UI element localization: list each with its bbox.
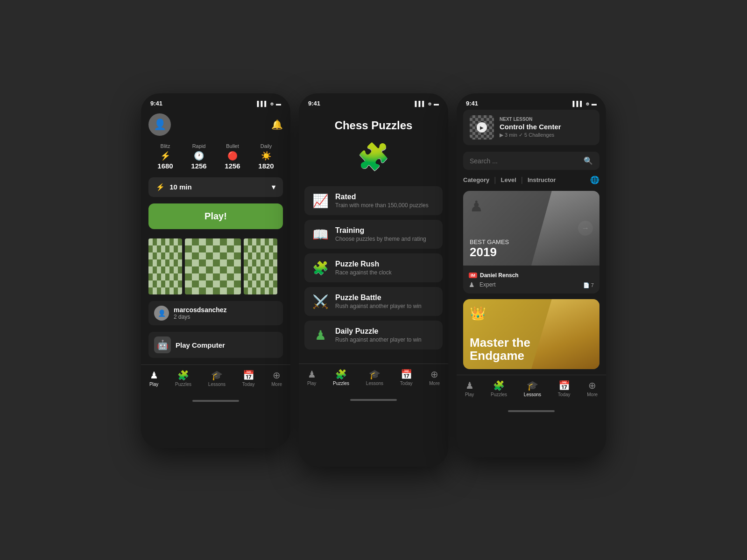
nav-puzzles-left[interactable]: 🧩 Puzzles bbox=[175, 370, 191, 387]
opponent-name: marcosdsanchez bbox=[174, 306, 227, 314]
boards-row bbox=[148, 238, 283, 294]
filter-category[interactable]: Category bbox=[463, 176, 489, 183]
signal-center: ▌▌▌ bbox=[415, 101, 426, 106]
lesson-play-btn[interactable]: ▶ bbox=[477, 122, 487, 133]
puzzle-item-rated[interactable]: 📈 Rated Train with more than 150,000 puz… bbox=[304, 186, 443, 215]
nav-puzzles-center[interactable]: 🧩 Puzzles bbox=[333, 369, 349, 386]
left-content: 👤 🔔 Blitz ⚡ 1680 Rapid 🕐 1256 Bullet 🔴 bbox=[141, 110, 290, 358]
opponent-time: 2 days bbox=[174, 314, 227, 320]
nav-play-right[interactable]: ♟ Play bbox=[465, 380, 474, 397]
avatar[interactable]: 👤 bbox=[148, 113, 171, 136]
search-icon: 🔍 bbox=[584, 156, 593, 165]
phone-left: 9:41 ▌▌▌ ⌾ ▬ 👤 🔔 Blitz ⚡ 1680 Rapid bbox=[141, 93, 290, 448]
globe-icon[interactable]: 🌐 bbox=[590, 175, 599, 184]
phone-right: 9:41 ▌▌▌ ⌾ ▬ ▶ NEXT LESSON Control the C… bbox=[457, 93, 606, 457]
card-text-gold: Master theEndgame bbox=[470, 336, 530, 363]
bullet-icon: 🔴 bbox=[225, 151, 240, 161]
rated-icon: 📈 bbox=[312, 193, 329, 209]
daily-puzzle-icon: ♟ bbox=[312, 328, 329, 343]
profile-row: 👤 🔔 bbox=[148, 110, 283, 143]
lessons-nav-icon-c: 🎓 bbox=[366, 369, 383, 380]
puzzle-screen-title: Chess Puzzles bbox=[306, 119, 441, 132]
puzzle-item-battle[interactable]: ⚔️ Puzzle Battle Rush against another pl… bbox=[304, 287, 443, 316]
nav-lessons-left[interactable]: 🎓 Lessons bbox=[208, 370, 226, 387]
time-selector[interactable]: ⚡ 10 min ▾ bbox=[148, 177, 283, 197]
card-meta-grey: IM Daniel Rensch ♟ Expert 📄 7 bbox=[463, 266, 599, 294]
status-bar-right: 9:41 ▌▌▌ ⌾ ▬ bbox=[457, 93, 606, 110]
chess-board-1 bbox=[148, 238, 182, 294]
person-image-gold bbox=[531, 299, 599, 369]
rating-bullet: Bullet 🔴 1256 bbox=[225, 143, 240, 170]
lightning-icon: ⚡ bbox=[156, 183, 165, 191]
nav-puzzles-right[interactable]: 🧩 Puzzles bbox=[491, 380, 507, 397]
bell-icon[interactable]: 🔔 bbox=[271, 119, 283, 130]
blitz-icon: ⚡ bbox=[157, 151, 173, 161]
nav-more-left[interactable]: ⊕ More bbox=[271, 370, 282, 387]
person-image-grey bbox=[531, 191, 599, 266]
instructor-row-best: IM Daniel Rensch bbox=[469, 272, 594, 279]
rating-blitz: Blitz ⚡ 1680 bbox=[157, 143, 173, 170]
more-nav-icon: ⊕ bbox=[271, 370, 282, 381]
filter-level[interactable]: Level bbox=[501, 176, 516, 183]
puzzles-nav-icon-c: 🧩 bbox=[333, 369, 349, 380]
center-header: Chess Puzzles 🧩 bbox=[299, 110, 448, 186]
today-nav-icon-r: 📅 bbox=[558, 380, 571, 391]
bottom-nav-right: ♟ Play 🧩 Puzzles 🎓 Lessons 📅 Today ⊕ Mor… bbox=[457, 375, 606, 406]
screen-container: 9:41 ▌▌▌ ⌾ ▬ 👤 🔔 Blitz ⚡ 1680 Rapid bbox=[132, 75, 615, 485]
search-bar[interactable]: 🔍 bbox=[463, 152, 599, 170]
nav-more-center[interactable]: ⊕ More bbox=[429, 369, 440, 386]
status-icons-right: ▌▌▌ ⌾ ▬ bbox=[573, 101, 597, 106]
play-nav-icon: ♟ bbox=[149, 370, 158, 381]
filter-row: Category | Level | Instructor 🌐 bbox=[463, 175, 599, 184]
nav-today-center[interactable]: 📅 Today bbox=[400, 369, 413, 386]
lessons-nav-icon: 🎓 bbox=[208, 370, 226, 381]
home-indicator-right bbox=[457, 406, 606, 414]
opponent-avatar: 👤 bbox=[154, 306, 169, 321]
play-computer-label: Play Computer bbox=[176, 341, 225, 349]
lessons-nav-icon-r: 🎓 bbox=[524, 380, 541, 391]
bottom-nav-center: ♟ Play 🧩 Puzzles 🎓 Lessons 📅 Today ⊕ Mor… bbox=[299, 364, 448, 395]
status-icons-left: ▌▌▌ ⌾ ▬ bbox=[257, 101, 281, 106]
daily-icon: ☀️ bbox=[258, 151, 274, 161]
nav-lessons-center[interactable]: 🎓 Lessons bbox=[366, 369, 383, 386]
training-icon: 📖 bbox=[312, 227, 329, 242]
puzzle-item-training[interactable]: 📖 Training Choose puzzles by theme and r… bbox=[304, 220, 443, 249]
puzzle-item-daily[interactable]: ♟ Daily Puzzle Rush against another play… bbox=[304, 321, 443, 350]
puzzle-item-rush[interactable]: 🧩 Puzzle Rush Race against the clock bbox=[304, 253, 443, 282]
home-indicator-left bbox=[141, 396, 290, 404]
lesson-card-best-games[interactable]: ♟ BEST GAMES 2019 → IM Daniel Rensch bbox=[463, 191, 599, 294]
card-subtitle-best: BEST GAMES bbox=[470, 238, 509, 245]
nav-today-left[interactable]: 📅 Today bbox=[242, 370, 255, 387]
nav-more-right[interactable]: ⊕ More bbox=[587, 380, 598, 397]
next-lesson-card[interactable]: ▶ NEXT LESSON Control the Center ▶ 3 min… bbox=[463, 110, 599, 145]
play-computer-row[interactable]: 🤖 Play Computer bbox=[148, 332, 283, 358]
nav-today-right[interactable]: 📅 Today bbox=[558, 380, 571, 397]
instructor-name-best: Daniel Rensch bbox=[480, 272, 519, 279]
lesson-thumb: ▶ bbox=[470, 115, 494, 140]
chess-board-2 bbox=[185, 238, 241, 294]
rush-icon: 🧩 bbox=[312, 260, 329, 276]
chess-logo-overlay: ♟ bbox=[470, 197, 483, 215]
puzzle-list: 📈 Rated Train with more than 150,000 puz… bbox=[299, 186, 448, 350]
signal-right: ▌▌▌ bbox=[573, 101, 584, 106]
search-input[interactable] bbox=[470, 157, 580, 165]
filter-instructor[interactable]: Instructor bbox=[528, 176, 556, 183]
card-title-master: Master theEndgame bbox=[470, 336, 530, 363]
lesson-card-endgame[interactable]: 👑 Master theEndgame bbox=[463, 299, 599, 369]
ratings-row: Blitz ⚡ 1680 Rapid 🕐 1256 Bullet 🔴 1256 … bbox=[148, 143, 283, 170]
rapid-icon: 🕐 bbox=[191, 151, 206, 161]
wifi-left: ⌾ bbox=[270, 101, 274, 106]
wifi-center: ⌾ bbox=[428, 101, 431, 106]
nav-play-left[interactable]: ♟ Play bbox=[149, 370, 158, 387]
right-content: ▶ NEXT LESSON Control the Center ▶ 3 min… bbox=[457, 110, 606, 369]
opponent-row[interactable]: 👤 marcosdsanchez 2 days bbox=[148, 301, 283, 325]
nav-lessons-right[interactable]: 🎓 Lessons bbox=[524, 380, 541, 397]
crown-icon: 👑 bbox=[470, 306, 486, 321]
play-button[interactable]: Play! bbox=[148, 203, 283, 229]
rating-daily: Daily ☀️ 1820 bbox=[258, 143, 274, 170]
more-nav-icon-c: ⊕ bbox=[429, 369, 440, 380]
phone-center: 9:41 ▌▌▌ ⌾ ▬ Chess Puzzles 🧩 📈 Rated Tra… bbox=[299, 93, 448, 467]
time-left: 9:41 bbox=[150, 100, 162, 107]
home-indicator-center bbox=[299, 395, 448, 403]
nav-play-center[interactable]: ♟ Play bbox=[307, 369, 316, 386]
